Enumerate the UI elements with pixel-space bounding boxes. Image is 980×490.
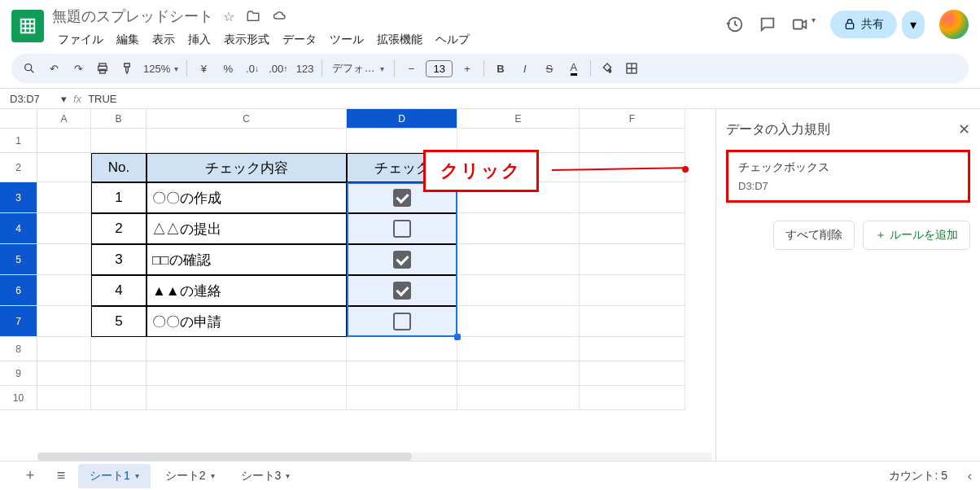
- selection-handle[interactable]: [454, 334, 461, 340]
- table-cell-no[interactable]: 3: [91, 244, 147, 275]
- table-cell-content[interactable]: 〇〇の申請: [147, 306, 347, 337]
- menu-view[interactable]: 表示: [147, 29, 181, 50]
- table-header-content[interactable]: チェック内容: [147, 153, 347, 182]
- share-button[interactable]: 共有: [830, 11, 897, 38]
- paint-format-icon[interactable]: [116, 57, 138, 80]
- number-format-button[interactable]: 123: [293, 57, 317, 80]
- checkbox-cell[interactable]: [347, 275, 457, 306]
- col-header-F[interactable]: F: [580, 109, 685, 129]
- table-cell-no[interactable]: 5: [91, 306, 147, 337]
- fill-color-button[interactable]: [596, 57, 619, 80]
- validation-rule-card[interactable]: チェックボックス D3:D7: [726, 150, 970, 203]
- row-header[interactable]: 10: [0, 386, 37, 410]
- col-header-B[interactable]: B: [91, 109, 147, 129]
- table-cell-content[interactable]: ▲▲の連絡: [147, 275, 347, 306]
- menu-file[interactable]: ファイル: [52, 29, 109, 50]
- col-header-C[interactable]: C: [147, 109, 347, 129]
- history-icon[interactable]: [726, 15, 744, 33]
- share-dropdown[interactable]: ▾: [902, 11, 925, 39]
- decrease-decimal-icon[interactable]: .0↓: [241, 57, 264, 80]
- table-header-no[interactable]: No.: [91, 153, 147, 182]
- menu-extensions[interactable]: 拡張機能: [371, 29, 428, 50]
- row-header[interactable]: 8: [0, 337, 37, 361]
- svg-rect-0: [794, 20, 803, 29]
- text-color-button[interactable]: A: [562, 57, 585, 80]
- horizontal-scrollbar[interactable]: [37, 453, 711, 461]
- checkbox-icon[interactable]: [393, 313, 411, 330]
- close-icon[interactable]: ✕: [958, 120, 970, 138]
- sheet-tab[interactable]: シート2▾: [154, 464, 226, 488]
- menu-tools[interactable]: ツール: [324, 29, 370, 50]
- formula-input[interactable]: TRUE: [88, 93, 116, 105]
- font-size-increase[interactable]: +: [456, 57, 479, 80]
- sheet-tab[interactable]: シート3▾: [230, 464, 302, 488]
- font-size-decrease[interactable]: −: [400, 57, 422, 80]
- add-rule-button[interactable]: ＋ ルールを追加: [863, 221, 970, 250]
- toolbar: ↶ ↷ 125% ¥ % .0↓ .00↑ 123 デフォ… − 13 + B …: [11, 54, 969, 83]
- menu-data[interactable]: データ: [277, 29, 322, 50]
- svg-rect-1: [846, 24, 853, 29]
- col-header-D[interactable]: D: [347, 109, 457, 129]
- data-validation-sidebar: データの入力規則 ✕ チェックボックス D3:D7 すべて削除 ＋ ルールを追加: [715, 109, 980, 475]
- table-cell-no[interactable]: 2: [91, 213, 147, 244]
- bold-button[interactable]: B: [489, 57, 512, 80]
- table-cell-content[interactable]: □□の確認: [147, 244, 347, 275]
- sheets-logo[interactable]: [11, 10, 44, 42]
- checkbox-icon[interactable]: [393, 189, 411, 207]
- checkbox-cell[interactable]: [347, 213, 457, 244]
- move-icon[interactable]: [246, 9, 260, 24]
- col-header-E[interactable]: E: [457, 109, 580, 129]
- increase-decimal-icon[interactable]: .00↑: [265, 57, 291, 80]
- all-sheets-button[interactable]: ≡: [47, 464, 75, 488]
- menu-insert[interactable]: 挿入: [182, 29, 217, 50]
- avatar[interactable]: [939, 10, 969, 39]
- row-header[interactable]: 4: [0, 213, 37, 244]
- explore-icon[interactable]: ‹: [968, 469, 972, 483]
- delete-all-button[interactable]: すべて削除: [773, 221, 855, 250]
- checkbox-icon[interactable]: [393, 220, 411, 238]
- menu-edit[interactable]: 編集: [111, 29, 145, 50]
- font-size-input[interactable]: 13: [426, 60, 452, 77]
- checkbox-icon[interactable]: [393, 251, 411, 269]
- meet-icon[interactable]: [791, 15, 816, 33]
- doc-title[interactable]: 無題のスプレッドシート: [52, 7, 213, 26]
- sheet-tab[interactable]: シート1▾: [78, 464, 151, 488]
- redo-icon[interactable]: ↷: [67, 57, 90, 80]
- row-header[interactable]: 3: [0, 182, 37, 213]
- table-cell-content[interactable]: △△の提出: [147, 213, 347, 244]
- select-all-corner[interactable]: [0, 109, 37, 129]
- percent-button[interactable]: %: [217, 57, 239, 80]
- strike-button[interactable]: S: [538, 57, 561, 80]
- table-cell-no[interactable]: 4: [91, 275, 147, 306]
- row-header[interactable]: 6: [0, 275, 37, 306]
- print-icon[interactable]: [91, 57, 114, 80]
- checkbox-cell[interactable]: [347, 306, 457, 337]
- borders-button[interactable]: [620, 57, 643, 80]
- search-icon[interactable]: [18, 57, 41, 80]
- table-cell-no[interactable]: 1: [91, 182, 147, 213]
- zoom-select[interactable]: 125%: [140, 57, 182, 80]
- row-header[interactable]: 5: [0, 244, 37, 275]
- cloud-icon[interactable]: [272, 9, 288, 24]
- table-cell-content[interactable]: 〇〇の作成: [147, 182, 347, 213]
- col-header-A[interactable]: A: [37, 109, 91, 129]
- checkbox-icon[interactable]: [393, 282, 411, 300]
- sidebar-title: データの入力規則: [726, 121, 830, 138]
- row-header[interactable]: 9: [0, 361, 37, 386]
- name-box[interactable]: D3:D7▾: [10, 93, 67, 105]
- checkbox-cell[interactable]: [347, 244, 457, 275]
- star-icon[interactable]: ☆: [223, 9, 234, 24]
- row-header[interactable]: 1: [0, 129, 37, 153]
- menu-format[interactable]: 表示形式: [218, 29, 275, 50]
- row-header[interactable]: 7: [0, 306, 37, 337]
- status-count[interactable]: カウント: 5: [889, 469, 980, 483]
- font-select[interactable]: デフォ…: [327, 57, 389, 80]
- spreadsheet-grid[interactable]: A B C D E F 1 2 No. チェック内容 チェック 3: [0, 109, 715, 475]
- add-sheet-button[interactable]: +: [16, 464, 44, 488]
- italic-button[interactable]: I: [514, 57, 536, 80]
- undo-icon[interactable]: ↶: [42, 57, 65, 80]
- currency-button[interactable]: ¥: [192, 57, 215, 80]
- row-header[interactable]: 2: [0, 153, 37, 182]
- comments-icon[interactable]: [759, 15, 777, 33]
- menu-help[interactable]: ヘルプ: [430, 29, 475, 50]
